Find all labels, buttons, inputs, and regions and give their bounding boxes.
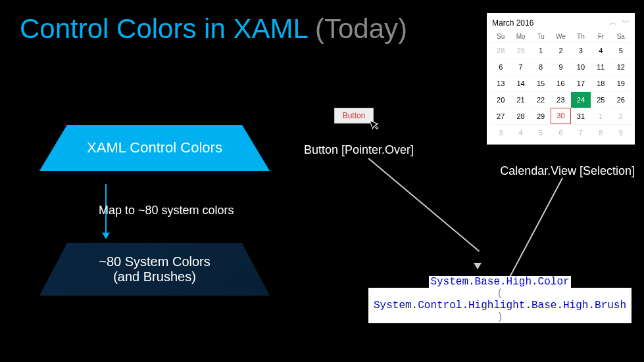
calendar-cell: 1: [591, 108, 610, 124]
calendar-row: 282912345: [491, 42, 631, 58]
calendar-cell: 9: [611, 124, 631, 141]
calendar-day-header: Mo: [510, 31, 530, 42]
calendar-cell: 14: [510, 75, 530, 91]
slide-title: Control Colors in XAML (Today): [20, 13, 407, 45]
calendar-body: 2829123456789101112131415161718192021222…: [491, 42, 631, 141]
calendar-cell: 2: [551, 42, 570, 58]
calendar-cell: 11: [591, 58, 610, 75]
calendar-day-header: Tu: [531, 31, 551, 42]
calendar-cell: 31: [571, 108, 591, 124]
calendar-cell: 3: [571, 42, 591, 58]
close-paren: ): [497, 311, 503, 323]
button-sample-text: Button: [343, 111, 366, 120]
calendar-day-header: Fr: [591, 31, 610, 42]
system-colors-box: ~80 System Colors (and Brushes): [39, 243, 270, 296]
calendar-cell: 21: [510, 91, 530, 108]
map-label: Map to ~80 system colors: [99, 204, 234, 217]
calendar-cell: 8: [531, 58, 551, 75]
system-colors-line2: (and Brushes): [113, 269, 196, 284]
calendar-cell: 6: [491, 58, 510, 75]
calendar-view: March 2016 ︿ ﹀ SuMoTuWeThFrSa 2829123456…: [487, 13, 635, 145]
calendar-cell: 5: [611, 42, 631, 58]
calendar-cell: 26: [611, 91, 631, 108]
calendar-nav-icons: ︿ ﹀: [609, 17, 630, 28]
open-paren: (: [497, 288, 503, 300]
system-colors-line1: ~80 System Colors: [99, 254, 211, 269]
calendar-cell: 18: [591, 75, 610, 91]
convergence-arrowhead-icon: [474, 263, 482, 269]
convergence-line-a: [368, 158, 480, 252]
calendar-row: 6789101112: [491, 58, 631, 75]
calendar-cell: 8: [591, 124, 610, 141]
button-sample: Button: [334, 108, 374, 124]
calendar-row: 3456789: [491, 124, 631, 141]
title-muted: (Today): [315, 13, 407, 44]
calendar-cell: 7: [510, 58, 530, 75]
sys-color-line1: System.Base.High.Color: [429, 276, 570, 288]
calendar-cell: 29: [531, 108, 551, 124]
calendar-cell: 29: [510, 42, 530, 58]
calendar-cell: 10: [571, 58, 591, 75]
calendar-cell: 4: [510, 124, 530, 141]
calendar-day-header: Th: [571, 31, 591, 42]
system-color-code: System.Base.High.Color (System.Control.H…: [368, 276, 632, 323]
calendar-day-headers: SuMoTuWeThFrSa: [491, 31, 631, 42]
sys-color-line2: System.Control.Highlight.Base.High.Brush: [372, 300, 628, 311]
calendar-day-header: Su: [491, 31, 510, 42]
calendar-cell: 30: [551, 108, 570, 124]
calendar-cell: 3: [491, 124, 510, 141]
calendar-cell: 22: [531, 91, 551, 108]
calendar-row: 20212223242526: [491, 91, 631, 108]
calendar-cell: 28: [510, 108, 530, 124]
calendar-cell: 25: [591, 91, 610, 108]
calendar-selection-label: Calendar.View [Selection]: [500, 164, 635, 178]
calendar-cell: 19: [611, 75, 631, 91]
xaml-control-colors-box: XAML Control Colors: [39, 125, 270, 171]
calendar-cell: 28: [491, 42, 510, 58]
calendar-cell: 6: [551, 124, 570, 141]
button-hover-label: Button [Pointer.Over]: [304, 143, 414, 157]
calendar-cell: 13: [491, 75, 510, 91]
calendar-cell: 4: [591, 42, 610, 58]
calendar-cell: 27: [491, 108, 510, 124]
calendar-cell: 20: [491, 91, 510, 108]
calendar-cell: 23: [551, 91, 570, 108]
title-main: Control Colors in XAML: [20, 13, 315, 44]
calendar-day-header: Sa: [611, 31, 631, 42]
calendar-cell: 12: [611, 58, 631, 75]
calendar-cell: 16: [551, 75, 570, 91]
calendar-cell: 7: [571, 124, 591, 141]
calendar-cell: 15: [531, 75, 551, 91]
calendar-cell: 17: [571, 75, 591, 91]
calendar-cell: 5: [531, 124, 551, 141]
cursor-icon: [369, 117, 382, 133]
calendar-cell: 9: [551, 58, 570, 75]
calendar-cell: 1: [531, 42, 551, 58]
calendar-row: 13141516171819: [491, 75, 631, 91]
calendar-cell: 2: [611, 108, 631, 124]
calendar-cell: 24: [571, 91, 591, 108]
calendar-day-header: We: [551, 31, 570, 42]
calendar-row: 272829303112: [491, 108, 631, 124]
xaml-control-colors-label: XAML Control Colors: [87, 139, 222, 156]
calendar-month-label: March 2016: [492, 18, 533, 28]
